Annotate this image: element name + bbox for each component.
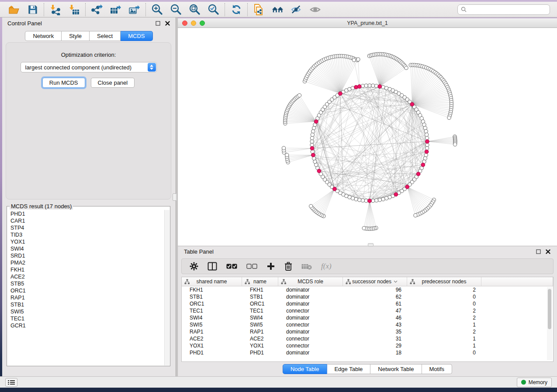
column-header-name[interactable]: name [242,277,278,286]
search-input[interactable] [469,7,550,13]
node-table[interactable]: shared namenameMCDS rolesuccessor nodesp… [181,277,554,362]
export-image-icon[interactable] [128,3,140,15]
tab-node-table[interactable]: Node Table [283,364,327,374]
tab-network[interactable]: Network [25,31,62,41]
select-stepper-icon [148,63,156,72]
search-field[interactable] [457,4,550,15]
tab-mcds[interactable]: MCDS [121,31,152,41]
close-panel-button[interactable]: Close panel [91,78,135,88]
table-scrollbar-thumb[interactable] [548,289,551,329]
float-table-panel-icon[interactable] [535,248,541,254]
column-header-predecessor-nodes[interactable]: predecessor nodes [407,277,481,286]
delete-column-icon[interactable] [284,262,292,271]
network-view[interactable] [178,28,557,246]
refresh-layout-icon[interactable] [230,3,242,15]
table-row[interactable]: YOX1YOX1connector291 [182,342,553,349]
mcds-result-item[interactable]: STB5 [10,280,163,287]
select-all-icon[interactable] [226,264,237,269]
mcds-result-item[interactable]: SWI5 [10,308,163,315]
zoom-fit-icon[interactable] [189,3,201,15]
mcds-result-item[interactable]: FKH1 [10,266,163,273]
table-tabs: Node TableEdge TableNetwork TableMotifs [283,364,452,374]
search-icon [461,7,467,12]
tab-network-table[interactable]: Network Table [370,364,422,374]
show-all-icon[interactable] [309,3,321,15]
import-network-icon[interactable] [49,3,61,15]
mcds-result-list: PHD1CAR1STP4TID3YOX1SWI4SRD1PMA2FKH1ACE2… [10,210,163,365]
tab-style[interactable]: Style [62,31,90,41]
deselect-all-icon[interactable] [246,264,257,269]
mcds-result-item[interactable]: TID3 [10,231,163,238]
close-panel-icon[interactable] [164,20,170,26]
attribute-type-icon [346,279,351,285]
column-header-shared-name[interactable]: shared name [182,277,242,286]
tab-edge-table[interactable]: Edge Table [327,364,370,374]
zoom-selected-icon[interactable] [208,3,219,15]
control-panel-title: Control Panel [7,20,151,27]
attribute-type-icon [245,279,250,285]
memory-label: Memory [529,379,547,385]
float-panel-icon[interactable] [155,20,161,26]
hide-selected-icon[interactable] [291,3,302,15]
criterion-select[interactable]: largest connected component (undirected) [21,62,157,72]
table-row[interactable]: STB1STB1dominator620 [182,293,553,300]
mcds-result-item[interactable]: GCR1 [10,322,163,329]
split-view-icon[interactable] [208,262,217,271]
mcds-result-item[interactable]: STB1 [10,301,163,308]
tab-select[interactable]: Select [90,31,121,41]
duplicate-network-icon[interactable] [253,3,265,15]
tab-motifs[interactable]: Motifs [422,364,452,374]
memory-button[interactable]: Memory [517,378,552,387]
table-header-row: shared namenameMCDS rolesuccessor nodesp… [182,277,553,286]
mcds-result-item[interactable]: YOX1 [10,238,163,245]
close-table-panel-icon[interactable] [545,248,551,254]
column-header-successor-nodes[interactable]: successor nodes [343,277,407,286]
mcds-result-item[interactable]: SRD1 [10,252,163,259]
mcds-result-box: MCDS result (17 nodes) PHD1CAR1STP4TID3Y… [7,203,170,366]
table-row[interactable]: FKH1FKH1dominator962 [182,286,553,293]
mcds-result-item[interactable]: PHD1 [10,210,163,217]
settings-icon[interactable] [190,262,198,271]
result-list-scrollbar[interactable] [164,210,170,365]
zoom-in-icon[interactable] [151,3,163,15]
horizontal-splitter-handle[interactable] [368,243,374,247]
table-row[interactable]: SWI5SWI5connector431 [182,321,553,328]
table-panel-titlebar: Table Panel [178,246,557,257]
mcds-result-item[interactable]: PMA2 [10,259,163,266]
table-row[interactable]: ORC1ORC1dominator610 [182,300,553,307]
run-mcds-button[interactable]: Run MCDS [42,78,85,88]
network-window: YPA_prune.txt_1 [178,18,557,246]
mcds-result-item[interactable]: ORC1 [10,287,163,294]
table-row[interactable]: ACE2ACE2connector311 [182,335,553,342]
mcds-result-item[interactable]: CAR1 [10,217,163,224]
first-neighbors-icon[interactable] [272,3,284,15]
control-panel-titlebar: Control Panel [2,17,176,29]
open-session-icon[interactable] [8,3,20,15]
table-scrollbar[interactable] [547,287,552,360]
import-table-icon[interactable] [68,3,80,15]
mcds-result-item[interactable]: SWI4 [10,245,163,252]
network-canvas[interactable] [178,28,557,246]
table-row[interactable]: RAP1RAP1dominator352 [182,328,553,335]
mcds-panel: Optimization criterion: largest connecte… [6,42,171,199]
add-column-icon[interactable] [266,262,275,271]
column-header-MCDS-role[interactable]: MCDS role [278,277,343,286]
table-panel: Table Panel f(x) shared nam [178,246,557,376]
mcds-result-item[interactable]: ACE2 [10,273,163,280]
export-table-icon[interactable] [110,3,121,15]
export-network-icon[interactable] [91,3,103,15]
save-session-icon[interactable] [27,3,38,15]
zoom-out-icon[interactable] [170,3,182,15]
table-row[interactable]: TEC1TEC1connector472 [182,307,553,314]
table-row[interactable]: PHD1PHD1dominator180 [182,349,553,356]
memory-status-icon [521,380,526,385]
control-panel-tabs: NetworkStyleSelectMCDS [2,31,176,41]
optimization-criterion-label: Optimization criterion: [6,52,171,58]
control-panel: Control Panel NetworkStyleSelectMCDS Opt… [2,17,176,376]
task-history-button[interactable] [5,378,17,387]
mcds-result-item[interactable]: RAP1 [10,294,163,301]
mcds-result-item[interactable]: STP4 [10,224,163,231]
mcds-result-item[interactable]: TEC1 [10,315,163,322]
table-row[interactable]: SWI4SWI4dominator462 [182,314,553,321]
vertical-splitter-handle[interactable] [173,193,176,201]
